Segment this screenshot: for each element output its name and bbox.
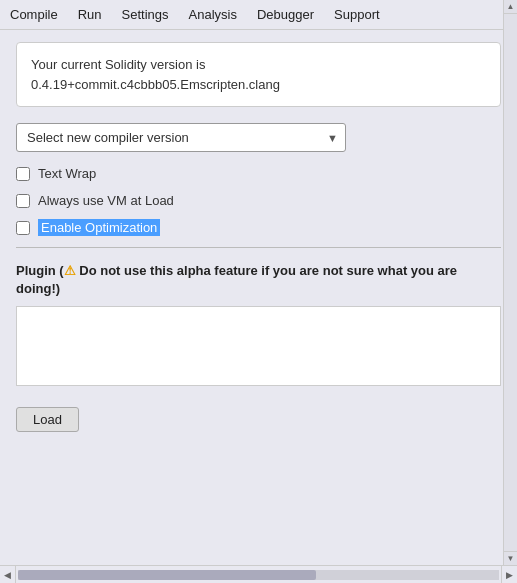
- plugin-textarea[interactable]: [16, 306, 501, 386]
- plugin-label: Plugin (⚠ Do not use this alpha feature …: [16, 262, 501, 298]
- menubar-settings[interactable]: Settings: [112, 4, 179, 25]
- enable-optimization-label[interactable]: Enable Optimization: [38, 220, 160, 235]
- menubar-analysis[interactable]: Analysis: [179, 4, 247, 25]
- always-vm-checkbox[interactable]: [16, 194, 30, 208]
- plugin-section: Plugin (⚠ Do not use this alpha feature …: [16, 262, 501, 389]
- menubar-compile[interactable]: Compile: [0, 4, 68, 25]
- menubar: Compile Run Settings Analysis Debugger S…: [0, 0, 517, 30]
- text-wrap-label[interactable]: Text Wrap: [38, 166, 96, 181]
- hscroll-right-arrow[interactable]: ▶: [501, 566, 517, 584]
- always-vm-label[interactable]: Always use VM at Load: [38, 193, 174, 208]
- version-line1: Your current Solidity version is: [31, 57, 205, 72]
- plugin-label-prefix: Plugin (: [16, 263, 64, 278]
- menubar-debugger[interactable]: Debugger: [247, 4, 324, 25]
- compiler-version-select[interactable]: Select new compiler version: [16, 123, 346, 152]
- load-button[interactable]: Load: [16, 407, 79, 432]
- menubar-support[interactable]: Support: [324, 4, 390, 25]
- vertical-scrollbar: ▲ ▼: [503, 0, 517, 565]
- text-wrap-checkbox-row: Text Wrap: [16, 166, 501, 181]
- hscroll-thumb: [18, 570, 316, 580]
- horizontal-scrollbar: ◀ ▶: [0, 565, 517, 583]
- vscroll-down-arrow[interactable]: ▼: [504, 551, 517, 565]
- enable-optimization-checkbox-row: Enable Optimization: [16, 220, 501, 235]
- menubar-run[interactable]: Run: [68, 4, 112, 25]
- warning-icon: ⚠: [64, 263, 76, 278]
- version-line2: 0.4.19+commit.c4cbbb05.Emscripten.clang: [31, 77, 280, 92]
- main-content: Your current Solidity version is 0.4.19+…: [0, 30, 517, 565]
- enable-optimization-checkbox[interactable]: [16, 221, 30, 235]
- section-divider: [16, 247, 501, 248]
- solidity-version-info: Your current Solidity version is 0.4.19+…: [16, 42, 501, 107]
- enable-optimization-highlight: Enable Optimization: [38, 219, 160, 236]
- vscroll-up-arrow[interactable]: ▲: [504, 0, 517, 14]
- plugin-label-suffix: Do not use this alpha feature if you are…: [16, 263, 457, 296]
- hscroll-left-arrow[interactable]: ◀: [0, 566, 16, 584]
- text-wrap-checkbox[interactable]: [16, 167, 30, 181]
- always-vm-checkbox-row: Always use VM at Load: [16, 193, 501, 208]
- hscroll-track[interactable]: [18, 570, 499, 580]
- compiler-version-select-container: Select new compiler version ▼: [16, 123, 346, 152]
